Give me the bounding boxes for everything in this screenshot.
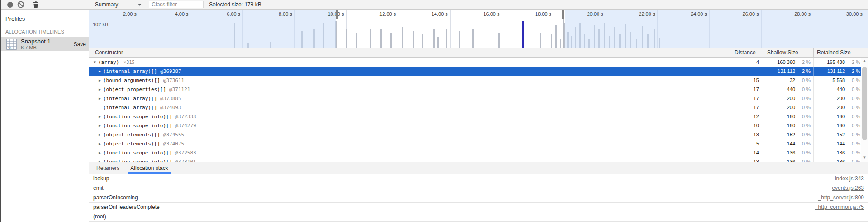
size-value: 32 bbox=[790, 77, 795, 83]
timeline-dimmed-region bbox=[565, 10, 868, 48]
table-row[interactable]: ▶(object elements)[]@37407551440 %1440 % bbox=[89, 139, 861, 148]
table-row[interactable]: ▶(internal array)[]@373885172000 %2000 % bbox=[89, 94, 861, 103]
allocation-bar bbox=[551, 34, 552, 48]
allocation-timeline-overview[interactable]: 102 kB 2.00 s4.00 s6.00 s8.00 s10.00 s12… bbox=[89, 10, 868, 48]
allocation-bar bbox=[446, 29, 447, 48]
stack-frame-row: lookupindex.js:343 bbox=[89, 174, 868, 183]
table-row[interactable]: ▶(object elements)[]@374555131520 %1520 … bbox=[89, 130, 861, 139]
tree-expand-arrow[interactable]: ▼ bbox=[94, 60, 98, 64]
allocation-bar bbox=[472, 29, 474, 48]
distance-cell: 14 bbox=[731, 148, 764, 157]
column-header-retained-size[interactable]: Retained Size bbox=[813, 48, 868, 57]
table-row[interactable]: ▶(object properties)[]@371121174400 %440… bbox=[89, 85, 861, 94]
shallow-size-cell: 4400 % bbox=[764, 85, 813, 94]
scroll-down-icon[interactable]: ▼ bbox=[861, 155, 868, 160]
table-row[interactable]: ▶(function scope info)[]@373101131360 %1… bbox=[89, 157, 861, 162]
tree-expand-arrow[interactable]: ▶ bbox=[99, 78, 103, 82]
delete-profile-button[interactable] bbox=[30, 0, 41, 9]
constructor-cell: ▶(object elements)[]@374075 bbox=[89, 139, 731, 148]
scroll-up-icon[interactable]: ▲ bbox=[861, 59, 868, 63]
frame-source-link[interactable]: _http_server.js:809 bbox=[818, 194, 864, 201]
toolbar-profiles-controls bbox=[0, 0, 89, 9]
size-value: 152 bbox=[837, 132, 845, 137]
block-icon bbox=[17, 1, 24, 8]
snapshot-save-link[interactable]: Save bbox=[74, 41, 86, 48]
constructor-name: (internal array)[] bbox=[103, 96, 157, 101]
tab-allocation-stack[interactable]: Allocation stack bbox=[125, 162, 173, 174]
allocation-bar bbox=[540, 33, 541, 48]
allocation-bar bbox=[498, 33, 500, 48]
tree-expand-arrow[interactable]: ▶ bbox=[99, 124, 103, 128]
devtools-memory-panel: Summary Selected size: 178 kB Profiles A… bbox=[0, 0, 868, 222]
constructor-name: (array) bbox=[98, 59, 119, 65]
tree-expand-arrow[interactable]: ▶ bbox=[99, 69, 103, 73]
shallow-size-cell: 1600 % bbox=[764, 112, 813, 121]
retained-size-cell: 1360 % bbox=[813, 148, 861, 157]
window-handle-right[interactable] bbox=[562, 10, 564, 19]
tree-expand-arrow[interactable]: ▶ bbox=[99, 133, 103, 137]
sidebar-title: Profiles bbox=[0, 10, 89, 22]
column-header-constructor[interactable]: Constructor bbox=[89, 49, 731, 56]
stack-frame-row: emitevents.js:263 bbox=[89, 183, 868, 193]
distance-cell: 5 bbox=[731, 139, 764, 148]
trash-icon bbox=[33, 1, 39, 8]
size-value: 5 568 bbox=[832, 77, 845, 83]
window-handle-left[interactable] bbox=[336, 10, 338, 19]
size-percent: 2 % bbox=[795, 59, 811, 65]
size-value: 136 bbox=[787, 150, 795, 155]
object-id: @373611 bbox=[163, 77, 184, 83]
retained-size-cell: 5 5680 % bbox=[813, 76, 861, 85]
shallow-size-cell: 2000 % bbox=[764, 94, 813, 103]
table-row[interactable]: (internal array)[]@374093172000 %2000 % bbox=[89, 103, 861, 112]
tree-expand-arrow[interactable]: ▶ bbox=[99, 115, 103, 119]
constructor-name: (function scope info)[] bbox=[103, 114, 172, 120]
class-filter-input[interactable] bbox=[149, 1, 204, 8]
column-header-shallow-size[interactable]: Shallow Size bbox=[764, 48, 813, 57]
tab-retainers[interactable]: Retainers bbox=[91, 162, 125, 174]
table-row[interactable]: ▶(function scope info)[]@372333121600 %1… bbox=[89, 112, 861, 121]
clear-button[interactable] bbox=[15, 0, 26, 9]
timeline-tick-label: 30.00 s bbox=[846, 11, 865, 17]
size-value: 165 488 bbox=[827, 59, 845, 65]
allocation-bar bbox=[422, 34, 423, 48]
tree-expand-arrow[interactable]: ▶ bbox=[99, 87, 103, 92]
shallow-size-cell: 1360 % bbox=[764, 148, 813, 157]
frame-source-link[interactable]: events.js:263 bbox=[832, 185, 864, 191]
tree-expand-arrow[interactable]: ▶ bbox=[99, 142, 103, 146]
object-id: @373885 bbox=[160, 96, 181, 101]
constructor-cell: (internal array)[]@374093 bbox=[89, 103, 731, 112]
tab-label: Allocation stack bbox=[130, 165, 168, 171]
timeline-tick-label: 28.00 s bbox=[794, 11, 813, 17]
constructor-cell: ▶(internal array)[]@369387 bbox=[89, 67, 731, 76]
size-percent: 0 % bbox=[845, 150, 860, 155]
frame-source-link[interactable]: index.js:343 bbox=[835, 175, 864, 182]
table-row[interactable]: ▶(function scope info)[]@372583141360 %1… bbox=[89, 148, 861, 157]
perspective-select[interactable]: Summary bbox=[95, 1, 142, 8]
tree-expand-arrow[interactable]: ▶ bbox=[99, 97, 103, 101]
timeline-gridline bbox=[502, 10, 502, 48]
size-percent: 0 % bbox=[795, 123, 811, 128]
scrollbar-thumb[interactable] bbox=[862, 67, 867, 140]
distance-cell: 13 bbox=[731, 157, 764, 162]
table-row[interactable]: ▶(internal array)[]@369387–131 1122 %131… bbox=[89, 67, 861, 76]
tree-expand-arrow[interactable]: ▶ bbox=[99, 151, 103, 155]
size-value: 144 bbox=[837, 141, 845, 146]
sidebar-item-snapshot-1[interactable]: % Snapshot 1 6.7 MB Save bbox=[1, 37, 89, 51]
frame-source-link[interactable]: _http_common.js:75 bbox=[815, 204, 864, 210]
record-button[interactable] bbox=[5, 0, 15, 9]
table-scrollbar[interactable]: ▲ ▼ bbox=[861, 58, 868, 162]
table-row[interactable]: ▼(array)×3154160 3602 %165 4882 % bbox=[89, 58, 861, 67]
timeline-tick-label: 26.00 s bbox=[743, 11, 761, 17]
table-row[interactable]: ▶(bound arguments)[]@37361115320 %5 5680… bbox=[89, 76, 861, 85]
bottom-tabbar: RetainersAllocation stack bbox=[89, 162, 868, 174]
size-percent: 0 % bbox=[795, 96, 811, 101]
frame-function-name: (root) bbox=[93, 213, 106, 220]
object-id: @374555 bbox=[163, 132, 184, 138]
table-row[interactable]: ▶(function scope info)[]@374279101600 %1… bbox=[89, 121, 861, 130]
timeline-tick-label: 4.00 s bbox=[175, 11, 191, 17]
column-header-distance[interactable]: Distance bbox=[731, 48, 764, 57]
size-percent: 0 % bbox=[795, 114, 811, 119]
constructor-name: (internal array)[] bbox=[103, 105, 157, 111]
size-value: 440 bbox=[837, 87, 845, 92]
allocation-bar bbox=[370, 29, 371, 48]
